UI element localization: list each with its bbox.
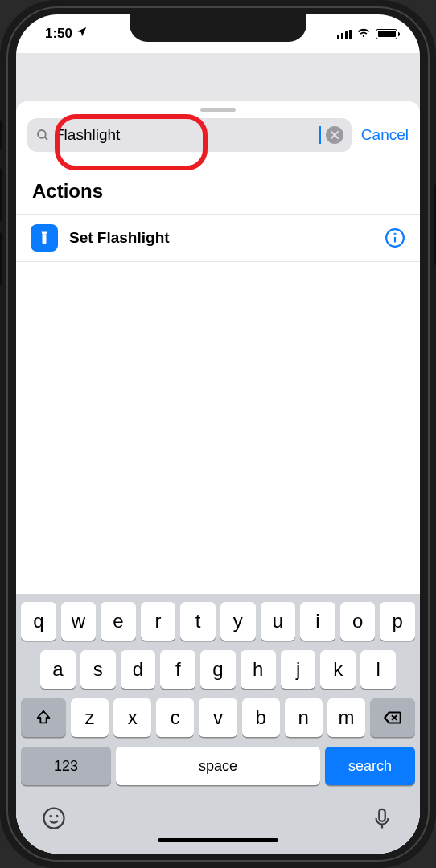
svg-point-0 [38, 130, 46, 138]
key-j[interactable]: j [281, 650, 316, 689]
svg-point-7 [394, 234, 395, 235]
space-key[interactable]: space [116, 747, 320, 785]
key-d[interactable]: d [121, 650, 156, 689]
cellular-signal-icon [337, 29, 352, 39]
onscreen-keyboard: qwertyuiop asdfghjkl zxcvbnm 123 space s… [16, 594, 420, 854]
key-v[interactable]: v [199, 698, 237, 737]
key-t[interactable]: t [180, 602, 216, 641]
key-x[interactable]: x [113, 698, 151, 737]
key-c[interactable]: c [156, 698, 194, 737]
key-n[interactable]: n [285, 698, 323, 737]
key-u[interactable]: u [261, 602, 296, 641]
action-row-set-flashlight[interactable]: Set Flashlight [16, 215, 420, 261]
clear-search-button[interactable] [326, 126, 343, 144]
svg-rect-4 [43, 235, 47, 244]
sheet-grabber[interactable] [200, 108, 236, 112]
keyboard-action-key[interactable]: search [325, 747, 415, 785]
key-a[interactable]: a [40, 650, 76, 689]
svg-line-1 [44, 137, 47, 140]
device-notch [130, 14, 306, 42]
status-time: 1:50 [45, 26, 72, 42]
numbers-key[interactable]: 123 [21, 747, 111, 785]
action-search-sheet: Flashlight Cancel Actions Set Flashlight [16, 101, 420, 854]
key-m[interactable]: m [327, 698, 365, 737]
key-y[interactable]: y [220, 602, 256, 641]
key-w[interactable]: w [61, 602, 97, 641]
key-p[interactable]: p [380, 602, 415, 641]
key-b[interactable]: b [242, 698, 280, 737]
dictation-key[interactable] [370, 806, 394, 830]
key-s[interactable]: s [80, 650, 116, 689]
cancel-button[interactable]: Cancel [361, 126, 409, 144]
key-o[interactable]: o [340, 602, 376, 641]
svg-point-11 [51, 816, 51, 817]
action-label: Set Flashlight [69, 229, 373, 247]
svg-point-10 [44, 809, 64, 829]
key-h[interactable]: h [241, 650, 276, 689]
text-caret [319, 126, 321, 144]
wifi-icon [356, 25, 371, 43]
key-g[interactable]: g [200, 650, 236, 689]
key-e[interactable]: e [101, 602, 136, 641]
section-header-actions: Actions [16, 162, 420, 214]
svg-rect-13 [379, 809, 385, 821]
backspace-key[interactable] [370, 698, 415, 737]
key-q[interactable]: q [21, 602, 56, 641]
shift-key[interactable] [21, 698, 66, 737]
search-icon [35, 128, 50, 142]
flashlight-icon [31, 224, 58, 252]
info-button[interactable] [385, 227, 405, 248]
key-z[interactable]: z [71, 698, 109, 737]
emoji-key[interactable] [42, 806, 66, 830]
home-indicator[interactable] [158, 838, 278, 842]
key-l[interactable]: l [360, 650, 396, 689]
key-f[interactable]: f [160, 650, 195, 689]
key-k[interactable]: k [320, 650, 356, 689]
battery-icon [376, 29, 397, 39]
key-r[interactable]: r [141, 602, 176, 641]
search-value: Flashlight [55, 126, 314, 144]
search-input[interactable]: Flashlight [27, 118, 352, 152]
key-i[interactable]: i [300, 602, 335, 641]
location-icon [76, 26, 88, 42]
svg-point-12 [56, 816, 57, 817]
